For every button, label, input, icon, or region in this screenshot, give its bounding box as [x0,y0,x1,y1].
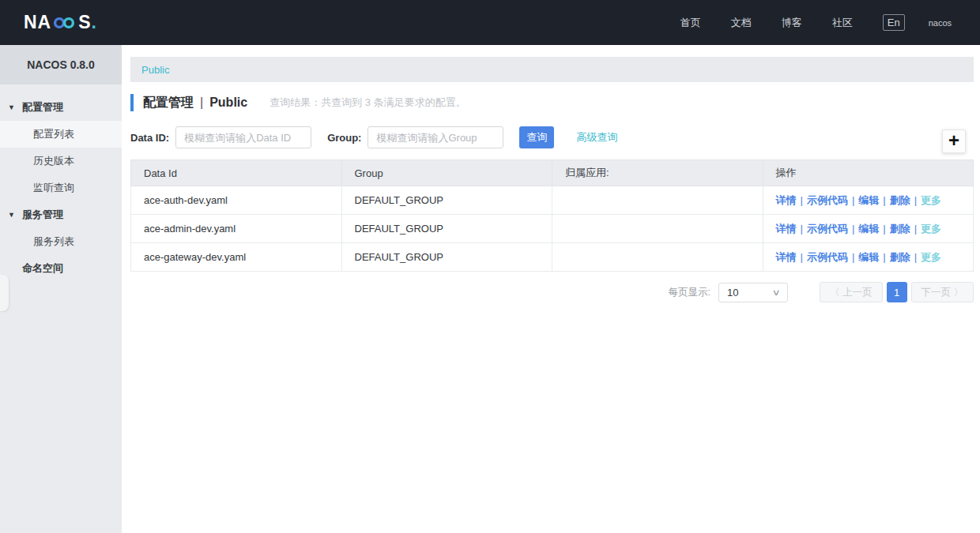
group-label: Group: [327,132,361,144]
top-header-bar: NA S . 首页 文档 博客 社区 En nacos [0,0,980,45]
per-page-label: 每页显示: [669,286,710,299]
cell-operations: 详情|示例代码|编辑|删除|更多 [763,215,974,243]
page-subtitle-text: Public [209,96,247,109]
sidebar-item-namespace[interactable]: 命名空间 [0,255,122,282]
op-edit-link[interactable]: 编辑 [858,251,879,263]
top-nav: 首页 文档 博客 社区 En nacos [650,14,952,31]
sidebar-group-service-management[interactable]: ▼ 服务管理 [0,201,122,228]
cell-operations: 详情|示例代码|编辑|删除|更多 [763,243,974,272]
table-header-row: Data Id Group 归属应用: 操作 [131,160,974,186]
table-row: ace-admin-dev.yaml DEFAULT_GROUP 详情|示例代码… [131,215,974,243]
sidebar: NACOS 0.8.0 ▼ 配置管理 配置列表 历史版本 监听查询 ▼ 服务管理… [0,45,122,533]
nacos-logo[interactable]: NA S . [24,12,97,33]
query-button[interactable]: 查询 [519,126,554,148]
dataid-input[interactable] [175,126,311,148]
op-sample-code-link[interactable]: 示例代码 [807,251,848,263]
chevron-down-icon: ∨ [771,287,780,298]
page-title: 配置管理|Public [143,95,247,111]
op-details-link[interactable]: 详情 [776,194,797,206]
op-separator: | [883,194,885,206]
sidebar-collapse-handle[interactable] [0,275,9,311]
op-more-link[interactable]: 更多 [921,194,941,206]
nav-item-community[interactable]: 社区 [832,16,853,30]
logo-text-right: S [78,12,91,33]
next-page-button[interactable]: 下一页 〉 [911,282,974,302]
op-separator: | [852,251,854,263]
sidebar-menu: ▼ 配置管理 配置列表 历史版本 监听查询 ▼ 服务管理 服务列表 命名空间 [0,84,122,282]
op-separator: | [801,223,803,235]
sidebar-version-label: NACOS 0.8.0 [0,45,122,84]
op-delete-link[interactable]: 删除 [890,251,910,263]
add-config-button[interactable]: + [942,129,966,153]
config-table: Data Id Group 归属应用: 操作 ace-auth-dev.yaml… [130,160,974,272]
op-separator: | [883,223,885,235]
op-separator: | [801,251,803,263]
title-separator: | [200,96,203,109]
username-label[interactable]: nacos [929,18,952,28]
query-result-text: 查询结果：共查询到 3 条满足要求的配置。 [270,96,466,110]
group-input[interactable] [368,126,503,148]
per-page-select[interactable]: 10 ∨ [718,283,788,302]
op-more-link[interactable]: 更多 [921,223,941,235]
prev-page-button[interactable]: 〈 上一页 [820,282,882,302]
language-toggle-button[interactable]: En [883,14,905,31]
op-separator: | [914,251,917,263]
op-sample-code-link[interactable]: 示例代码 [807,223,848,235]
title-accent-bar [130,94,134,111]
op-more-link[interactable]: 更多 [921,251,941,263]
caret-down-icon: ▼ [8,103,15,111]
per-page-value: 10 [727,287,738,298]
op-separator: | [914,194,917,206]
current-page-button[interactable]: 1 [887,282,907,302]
op-edit-link[interactable]: 编辑 [858,223,879,235]
nav-item-blog[interactable]: 博客 [782,16,802,30]
table-row: ace-auth-dev.yaml DEFAULT_GROUP 详情|示例代码|… [131,186,974,215]
op-separator: | [801,194,803,206]
nav-item-home[interactable]: 首页 [680,16,701,30]
op-separator: | [914,223,917,235]
cell-group: DEFAULT_GROUP [341,186,552,215]
sidebar-item-service-list[interactable]: 服务列表 [0,228,122,255]
header-app: 归属应用: [552,160,763,186]
main-content: Public 配置管理|Public 查询结果：共查询到 3 条满足要求的配置。… [122,45,980,533]
cell-data-id: ace-auth-dev.yaml [131,186,342,215]
sidebar-item-config-list[interactable]: 配置列表 [0,121,122,148]
op-edit-link[interactable]: 编辑 [858,194,879,206]
logo-text-left: NA [24,12,51,33]
op-details-link[interactable]: 详情 [776,223,797,235]
header-data-id: Data Id [131,160,342,186]
sidebar-group-label: 配置管理 [22,100,63,114]
cell-data-id: ace-gateway-dev.yaml [131,243,342,272]
sidebar-group-label: 服务管理 [22,208,63,222]
cell-app [552,215,763,243]
pagination: 每页显示: 10 ∨ 〈 上一页 1 下一页 〉 [130,282,974,302]
op-delete-link[interactable]: 删除 [890,194,910,206]
page-title-text: 配置管理 [143,96,194,109]
app-window: NA S . 首页 文档 博客 社区 En nacos NACOS 0.8.0 … [0,0,980,533]
search-form: Data ID: Group: 查询 高级查询 [130,126,974,148]
infinity-icon [52,17,77,29]
op-separator: | [852,223,854,235]
breadcrumb-namespace-link[interactable]: Public [141,64,169,76]
sidebar-item-listen-query[interactable]: 监听查询 [0,175,122,201]
cell-group: DEFAULT_GROUP [341,243,552,272]
sidebar-item-history-versions[interactable]: 历史版本 [0,148,122,175]
header-operations: 操作 [763,160,974,186]
cell-app [552,186,763,215]
cell-app [552,243,763,272]
breadcrumb: Public [130,57,974,82]
cell-operations: 详情|示例代码|编辑|删除|更多 [763,186,974,215]
caret-down-icon: ▼ [8,211,15,219]
header-group: Group [341,160,552,186]
dataid-label: Data ID: [130,132,169,144]
op-sample-code-link[interactable]: 示例代码 [807,194,848,206]
op-delete-link[interactable]: 删除 [890,223,910,235]
sidebar-group-config-management[interactable]: ▼ 配置管理 [0,94,122,121]
advanced-query-link[interactable]: 高级查询 [576,130,617,145]
op-separator: | [883,251,885,263]
op-separator: | [852,194,854,206]
nav-item-docs[interactable]: 文档 [731,16,752,30]
op-details-link[interactable]: 详情 [776,251,797,263]
cell-data-id: ace-admin-dev.yaml [131,215,342,243]
logo-dot: . [92,12,97,33]
